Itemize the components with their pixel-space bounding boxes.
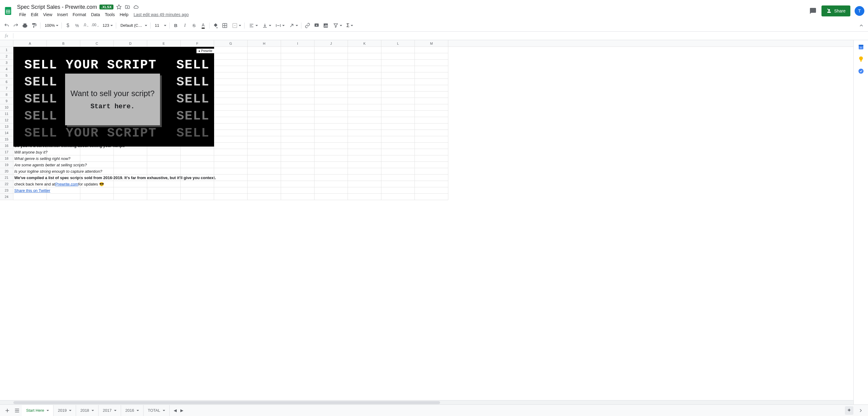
cell[interactable] [415, 66, 448, 72]
add-sheet-button[interactable] [2, 406, 12, 415]
cell[interactable] [80, 149, 114, 155]
cell[interactable] [214, 60, 248, 66]
cell[interactable] [314, 155, 348, 162]
cell[interactable] [114, 162, 147, 168]
cell[interactable] [314, 168, 348, 174]
cell[interactable] [314, 66, 348, 72]
cell[interactable]: Are some agents better at selling script… [13, 162, 47, 168]
valign-dropdown[interactable] [260, 21, 273, 30]
cell[interactable] [415, 162, 448, 168]
col-header[interactable]: F [181, 40, 214, 46]
cell[interactable] [214, 104, 248, 111]
cell[interactable] [314, 162, 348, 168]
cell[interactable] [80, 155, 114, 162]
menu-data[interactable]: Data [89, 11, 102, 18]
cell[interactable] [214, 162, 248, 168]
move-icon[interactable] [124, 4, 130, 10]
cell[interactable] [381, 79, 415, 85]
horizontal-scrollbar[interactable] [0, 400, 854, 405]
cell[interactable] [381, 47, 415, 53]
select-all-corner[interactable] [0, 40, 13, 46]
tab-2016[interactable]: 2016 [121, 405, 144, 416]
print-icon[interactable] [21, 21, 29, 30]
cell[interactable] [214, 181, 248, 187]
functions-dropdown[interactable]: Σ [344, 21, 354, 30]
cell[interactable] [281, 168, 314, 174]
row-header[interactable]: 22 [0, 181, 13, 187]
cell[interactable] [348, 162, 381, 168]
cell[interactable] [348, 53, 381, 60]
cell[interactable] [181, 181, 214, 187]
cell[interactable] [348, 47, 381, 53]
col-header[interactable]: B [47, 40, 80, 46]
cell[interactable] [381, 111, 415, 117]
cell[interactable] [214, 194, 248, 200]
cell[interactable] [147, 149, 181, 155]
fill-color-icon[interactable] [211, 21, 220, 30]
cell[interactable] [415, 142, 448, 149]
cell[interactable] [147, 162, 181, 168]
cell[interactable] [281, 149, 314, 155]
cell[interactable] [214, 47, 248, 53]
cell[interactable] [281, 66, 314, 72]
cell[interactable] [248, 155, 281, 162]
cell[interactable] [348, 155, 381, 162]
row-header[interactable]: 15 [0, 136, 13, 142]
cell[interactable] [314, 53, 348, 60]
cell[interactable] [348, 168, 381, 174]
cell[interactable] [214, 53, 248, 60]
cell[interactable] [248, 117, 281, 124]
all-sheets-button[interactable] [12, 406, 22, 415]
cell[interactable] [314, 194, 348, 200]
cell[interactable] [381, 181, 415, 187]
cell[interactable] [147, 194, 181, 200]
col-header[interactable]: D [114, 40, 147, 46]
col-header[interactable]: H [248, 40, 281, 46]
cell[interactable] [281, 194, 314, 200]
row-header[interactable]: 13 [0, 124, 13, 130]
cell[interactable] [281, 53, 314, 60]
cell[interactable] [147, 181, 181, 187]
cell[interactable] [214, 111, 248, 117]
col-header[interactable]: I [281, 40, 314, 46]
cell[interactable] [415, 92, 448, 98]
cell[interactable] [181, 168, 214, 174]
cell[interactable] [348, 85, 381, 92]
italic-icon[interactable]: I [181, 21, 189, 30]
row-header[interactable]: 1 [0, 47, 13, 53]
row-header[interactable]: 3 [0, 60, 13, 66]
row-header[interactable]: 11 [0, 111, 13, 117]
cell[interactable] [248, 124, 281, 130]
cell[interactable] [415, 155, 448, 162]
col-header[interactable]: G [214, 40, 248, 46]
cell[interactable] [114, 187, 147, 194]
cell[interactable] [248, 174, 281, 181]
cell[interactable] [314, 149, 348, 155]
cell[interactable] [47, 181, 80, 187]
row-header[interactable]: 21 [0, 174, 13, 181]
row-header[interactable]: 2 [0, 53, 13, 60]
cell[interactable] [281, 136, 314, 142]
cell[interactable] [381, 104, 415, 111]
cell[interactable]: check back here and at Prewrite.com for … [13, 181, 47, 187]
cell[interactable] [314, 117, 348, 124]
cell[interactable] [281, 47, 314, 53]
cell[interactable] [314, 47, 348, 53]
undo-icon[interactable] [2, 21, 11, 30]
comment-icon[interactable] [312, 21, 321, 30]
cell[interactable] [348, 117, 381, 124]
comments-icon[interactable] [809, 7, 817, 15]
cell[interactable] [381, 85, 415, 92]
cell[interactable] [348, 194, 381, 200]
cell[interactable] [415, 72, 448, 79]
cell[interactable] [181, 194, 214, 200]
last-edit[interactable]: Last edit was 49 minutes ago [133, 12, 189, 17]
cell[interactable] [248, 168, 281, 174]
menu-view[interactable]: View [41, 11, 55, 18]
cell[interactable] [147, 168, 181, 174]
cell[interactable] [381, 174, 415, 181]
menu-format[interactable]: Format [70, 11, 88, 18]
cell[interactable] [281, 85, 314, 92]
cell[interactable] [381, 187, 415, 194]
bold-icon[interactable]: B [172, 21, 180, 30]
